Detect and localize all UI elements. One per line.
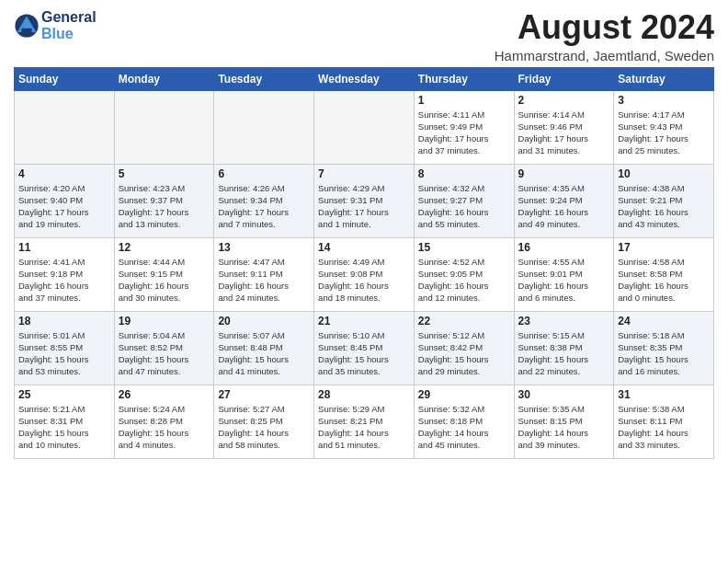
col-wednesday: Wednesday [314,67,415,90]
calendar-week-row: 18Sunrise: 5:01 AM Sunset: 8:55 PM Dayli… [15,311,714,385]
col-monday: Monday [114,67,214,90]
day-number: 24 [618,315,710,327]
day-info: Sunrise: 4:23 AM Sunset: 9:37 PM Dayligh… [119,182,210,231]
day-info: Sunrise: 4:11 AM Sunset: 9:49 PM Dayligh… [418,109,510,157]
col-saturday: Saturday [614,67,714,90]
day-number: 15 [418,241,510,254]
day-info: Sunrise: 4:20 AM Sunset: 9:40 PM Dayligh… [18,182,110,231]
logo: General Blue [14,9,97,41]
day-info: Sunrise: 4:38 AM Sunset: 9:21 PM Dayligh… [618,182,710,231]
day-number: 12 [119,241,210,254]
day-number: 9 [518,167,610,180]
calendar-week-row: 1Sunrise: 4:11 AM Sunset: 9:49 PM Daylig… [15,90,714,164]
table-row [314,90,415,164]
day-number: 27 [218,388,310,401]
table-row: 11Sunrise: 4:41 AM Sunset: 9:18 PM Dayli… [15,237,115,311]
day-info: Sunrise: 4:17 AM Sunset: 9:43 PM Dayligh… [618,109,710,157]
day-number: 30 [518,388,610,401]
day-info: Sunrise: 4:49 AM Sunset: 9:08 PM Dayligh… [318,256,410,304]
day-number: 13 [218,241,310,254]
table-row: 21Sunrise: 5:10 AM Sunset: 8:45 PM Dayli… [314,311,415,385]
day-number: 21 [318,315,410,327]
day-info: Sunrise: 5:21 AM Sunset: 8:31 PM Dayligh… [18,403,110,452]
page-container: General Blue August 2024 Hammarstrand, J… [0,0,728,466]
day-number: 19 [119,315,210,327]
day-info: Sunrise: 4:41 AM Sunset: 9:18 PM Dayligh… [18,256,110,304]
col-sunday: Sunday [15,67,115,90]
table-row: 31Sunrise: 5:38 AM Sunset: 8:11 PM Dayli… [614,385,714,458]
logo-icon [14,13,40,39]
day-number: 14 [318,241,410,254]
day-info: Sunrise: 5:10 AM Sunset: 8:45 PM Dayligh… [318,329,410,378]
day-info: Sunrise: 5:29 AM Sunset: 8:21 PM Dayligh… [318,403,410,452]
day-number: 23 [518,315,610,327]
table-row: 14Sunrise: 4:49 AM Sunset: 9:08 PM Dayli… [314,237,415,311]
table-row: 13Sunrise: 4:47 AM Sunset: 9:11 PM Dayli… [214,237,314,311]
table-row: 10Sunrise: 4:38 AM Sunset: 9:21 PM Dayli… [614,164,714,237]
day-number: 20 [218,315,310,327]
calendar-week-row: 4Sunrise: 4:20 AM Sunset: 9:40 PM Daylig… [15,164,714,237]
day-info: Sunrise: 4:32 AM Sunset: 9:27 PM Dayligh… [418,182,510,231]
day-info: Sunrise: 5:38 AM Sunset: 8:11 PM Dayligh… [618,403,710,452]
day-number: 10 [618,167,710,180]
day-number: 7 [318,167,410,180]
table-row [15,90,115,164]
table-row: 27Sunrise: 5:27 AM Sunset: 8:25 PM Dayli… [214,385,314,458]
day-info: Sunrise: 5:18 AM Sunset: 8:35 PM Dayligh… [618,329,710,378]
day-number: 26 [119,388,210,401]
table-row: 2Sunrise: 4:14 AM Sunset: 9:46 PM Daylig… [514,90,614,164]
header: General Blue August 2024 Hammarstrand, J… [14,9,714,63]
location-subtitle: Hammarstrand, Jaemtland, Sweden [495,48,714,63]
table-row: 28Sunrise: 5:29 AM Sunset: 8:21 PM Dayli… [314,385,415,458]
svg-rect-2 [21,28,31,33]
table-row: 3Sunrise: 4:17 AM Sunset: 9:43 PM Daylig… [614,90,714,164]
day-info: Sunrise: 5:32 AM Sunset: 8:18 PM Dayligh… [418,403,510,452]
table-row [214,90,314,164]
day-info: Sunrise: 4:58 AM Sunset: 8:58 PM Dayligh… [618,256,710,304]
table-row: 1Sunrise: 4:11 AM Sunset: 9:49 PM Daylig… [414,90,514,164]
day-info: Sunrise: 5:07 AM Sunset: 8:48 PM Dayligh… [218,329,310,378]
day-info: Sunrise: 4:14 AM Sunset: 9:46 PM Dayligh… [518,109,610,157]
day-number: 28 [318,388,410,401]
day-info: Sunrise: 5:01 AM Sunset: 8:55 PM Dayligh… [18,329,110,378]
logo-text: General Blue [41,9,97,41]
calendar-table: Sunday Monday Tuesday Wednesday Thursday… [14,67,714,459]
table-row: 26Sunrise: 5:24 AM Sunset: 8:28 PM Dayli… [114,385,214,458]
table-row: 30Sunrise: 5:35 AM Sunset: 8:15 PM Dayli… [514,385,614,458]
table-row: 15Sunrise: 4:52 AM Sunset: 9:05 PM Dayli… [414,237,514,311]
day-number: 6 [218,167,310,180]
calendar-week-row: 11Sunrise: 4:41 AM Sunset: 9:18 PM Dayli… [15,237,714,311]
table-row: 5Sunrise: 4:23 AM Sunset: 9:37 PM Daylig… [114,164,214,237]
day-info: Sunrise: 5:12 AM Sunset: 8:42 PM Dayligh… [418,329,510,378]
day-number: 16 [518,241,610,254]
table-row: 9Sunrise: 4:35 AM Sunset: 9:24 PM Daylig… [514,164,614,237]
day-info: Sunrise: 5:04 AM Sunset: 8:52 PM Dayligh… [119,329,210,378]
table-row: 20Sunrise: 5:07 AM Sunset: 8:48 PM Dayli… [214,311,314,385]
table-row: 23Sunrise: 5:15 AM Sunset: 8:38 PM Dayli… [514,311,614,385]
title-area: August 2024 Hammarstrand, Jaemtland, Swe… [495,9,714,63]
day-number: 5 [119,167,210,180]
day-info: Sunrise: 4:26 AM Sunset: 9:34 PM Dayligh… [218,182,310,231]
table-row: 17Sunrise: 4:58 AM Sunset: 8:58 PM Dayli… [614,237,714,311]
day-number: 2 [518,94,610,107]
table-row: 8Sunrise: 4:32 AM Sunset: 9:27 PM Daylig… [414,164,514,237]
table-row [114,90,214,164]
day-number: 8 [418,167,510,180]
day-info: Sunrise: 4:52 AM Sunset: 9:05 PM Dayligh… [418,256,510,304]
day-number: 25 [18,388,110,401]
table-row: 25Sunrise: 5:21 AM Sunset: 8:31 PM Dayli… [15,385,115,458]
day-info: Sunrise: 4:35 AM Sunset: 9:24 PM Dayligh… [518,182,610,231]
day-number: 18 [18,315,110,327]
day-number: 4 [18,167,110,180]
col-friday: Friday [514,67,614,90]
calendar-header-row: Sunday Monday Tuesday Wednesday Thursday… [15,67,714,90]
day-info: Sunrise: 5:35 AM Sunset: 8:15 PM Dayligh… [518,403,610,452]
day-info: Sunrise: 4:47 AM Sunset: 9:11 PM Dayligh… [218,256,310,304]
day-number: 31 [618,388,710,401]
day-number: 17 [618,241,710,254]
col-tuesday: Tuesday [214,67,314,90]
day-info: Sunrise: 4:44 AM Sunset: 9:15 PM Dayligh… [119,256,210,304]
col-thursday: Thursday [414,67,514,90]
day-number: 3 [618,94,710,107]
table-row: 4Sunrise: 4:20 AM Sunset: 9:40 PM Daylig… [15,164,115,237]
